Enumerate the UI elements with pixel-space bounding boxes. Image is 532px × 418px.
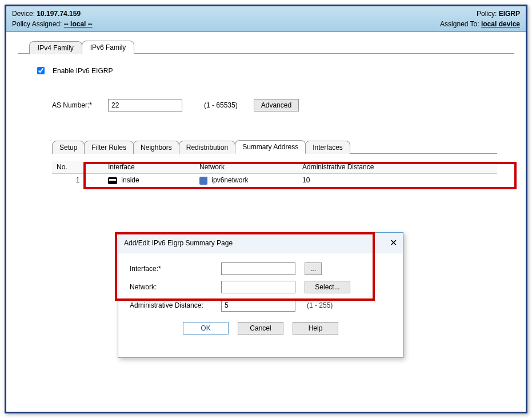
dialog-button-row: OK Cancel Help — [130, 322, 391, 335]
ipv6-form: Enable IPv6 EIGRP AS Number:* (1 - 65535… — [18, 54, 514, 117]
dialog-admin-dist-input[interactable] — [221, 299, 295, 312]
subtab-summary-address[interactable]: Summary Address — [235, 140, 306, 154]
device-label: Device: — [12, 10, 35, 18]
dialog-title: Add/Edit IPv6 Eigrp Summary Page — [124, 239, 233, 247]
cell-network-text: ipv6network — [211, 176, 248, 184]
add-edit-summary-dialog: Add/Edit IPv6 Eigrp Summary Page ✕ Inter… — [118, 232, 403, 358]
subtab-neighbors[interactable]: Neighbors — [133, 141, 179, 154]
subtab-redistribution[interactable]: Redistribution — [179, 141, 235, 154]
cell-interface: inside — [103, 174, 195, 187]
col-admin-dist: Administrative Distance — [298, 161, 497, 174]
as-number-row: AS Number:* (1 - 65535) Advanced — [52, 99, 497, 112]
dialog-body: Interface:* ... Network: Select... Admin… — [118, 253, 403, 344]
policy-value: EIGRP — [499, 10, 520, 18]
header-right: Policy: EIGRP Assigned To: local device — [440, 9, 520, 29]
network-icon — [199, 177, 207, 185]
cancel-button[interactable]: Cancel — [238, 322, 283, 335]
dialog-admin-dist-hint: (1 - 255) — [307, 301, 333, 309]
subtab-setup[interactable]: Setup — [52, 141, 85, 154]
col-interface: Interface — [103, 161, 195, 174]
summary-table-area: No. Interface Network Administrative Dis… — [52, 161, 497, 187]
enable-ipv6-eigrp-label: Enable IPv6 EIGRP — [53, 67, 113, 75]
dialog-admin-dist-row: Administrative Distance: (1 - 255) — [130, 299, 391, 312]
dialog-network-row: Network: Select... — [130, 281, 391, 293]
outer-tab-row: IPv4 Family IPv6 Family — [29, 40, 514, 54]
device-value: 10.197.74.159 — [37, 10, 81, 18]
dialog-interface-label: Interface:* — [130, 265, 221, 273]
dialog-network-input[interactable] — [221, 281, 295, 293]
subtab-filter-rules[interactable]: Filter Rules — [84, 141, 134, 154]
subtab-section: Setup Filter Rules Neighbors Redistribut… — [18, 140, 514, 154]
ok-button[interactable]: OK — [183, 322, 229, 335]
policy-assigned-label: Policy Assigned: — [12, 20, 62, 28]
col-no: No. — [52, 161, 103, 174]
assigned-to-label: Assigned To: — [440, 20, 479, 28]
cell-no: 1 — [52, 174, 103, 187]
cell-admin-dist: 10 — [298, 174, 497, 187]
as-number-label: AS Number:* — [52, 101, 103, 109]
dialog-interface-input[interactable] — [221, 262, 295, 275]
cell-network: ipv6network — [195, 174, 298, 187]
enable-row: Enable IPv6 EIGRP — [35, 65, 497, 76]
header-left: Device: 10.197.74.159 Policy Assigned: -… — [12, 9, 93, 29]
dialog-header: Add/Edit IPv6 Eigrp Summary Page ✕ — [118, 233, 403, 253]
as-number-hint: (1 - 65535) — [204, 101, 238, 109]
assigned-to-link[interactable]: local device — [481, 20, 520, 28]
nic-icon — [108, 177, 117, 184]
policy-assigned-link[interactable]: -- local -- — [64, 20, 93, 28]
window-frame: Device: 10.197.74.159 Policy Assigned: -… — [5, 5, 527, 413]
as-number-input[interactable] — [108, 99, 182, 112]
close-icon[interactable]: ✕ — [390, 237, 397, 248]
dialog-network-label: Network: — [130, 283, 221, 291]
advanced-button[interactable]: Advanced — [254, 99, 299, 112]
select-button[interactable]: Select... — [305, 281, 350, 293]
tab-ipv6-family[interactable]: IPv6 Family — [82, 41, 135, 54]
dialog-admin-dist-label: Administrative Distance: — [130, 301, 221, 309]
enable-ipv6-eigrp-checkbox[interactable] — [37, 67, 45, 74]
subtab-interfaces[interactable]: Interfaces — [305, 141, 350, 154]
browse-button[interactable]: ... — [305, 262, 322, 275]
help-button[interactable]: Help — [293, 322, 338, 335]
cell-interface-text: inside — [121, 176, 139, 184]
summary-table: No. Interface Network Administrative Dis… — [52, 161, 497, 187]
table-row[interactable]: 1 inside ipv6network 10 — [52, 174, 497, 187]
header-bar: Device: 10.197.74.159 Policy Assigned: -… — [6, 6, 526, 32]
policy-label: Policy: — [477, 10, 497, 18]
content-area: IPv4 Family IPv6 Family Enable IPv6 EIGR… — [6, 32, 526, 412]
col-network: Network — [195, 161, 298, 174]
tab-ipv4-family[interactable]: IPv4 Family — [29, 41, 82, 54]
dialog-interface-row: Interface:* ... — [130, 262, 391, 275]
subtab-row: Setup Filter Rules Neighbors Redistribut… — [52, 140, 497, 154]
